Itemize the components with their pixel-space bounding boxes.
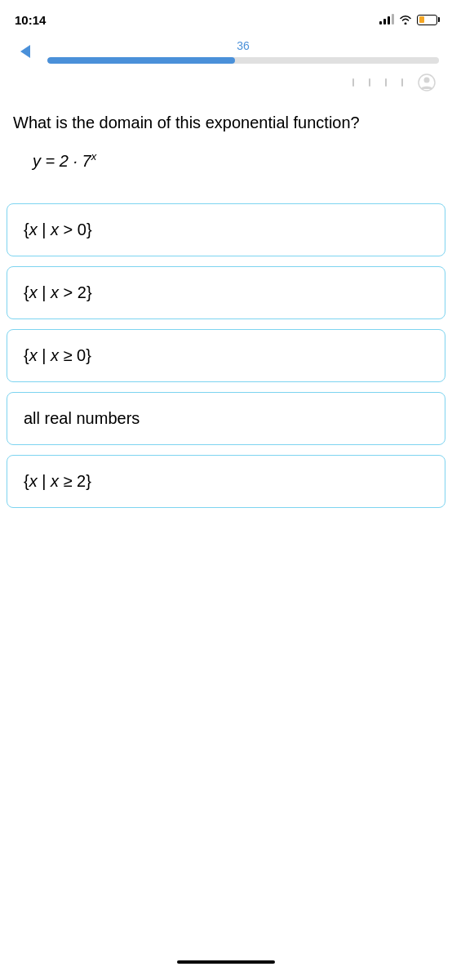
choice-item-4[interactable]: all real numbers xyxy=(7,392,445,445)
back-chevron-icon xyxy=(20,45,30,58)
status-icons xyxy=(379,15,437,25)
choice-text-5: {x | x ≥ 2} xyxy=(24,472,91,491)
tick-mark-4 xyxy=(401,78,403,87)
choice-item-3[interactable]: {x | x ≥ 0} xyxy=(7,329,445,382)
person-avatar-icon xyxy=(418,74,436,91)
tick-mark-2 xyxy=(369,78,370,87)
wifi-icon xyxy=(399,15,412,24)
question-section: What is the domain of this exponential f… xyxy=(0,95,452,203)
progress-track xyxy=(47,57,439,64)
choice-text-2: {x | x > 2} xyxy=(24,283,92,302)
battery-fill xyxy=(419,16,424,23)
equation: y = 2 · 7x xyxy=(33,150,439,171)
progress-container: 36 xyxy=(47,39,439,64)
status-bar: 10:14 xyxy=(0,0,452,36)
choice-text-4: all real numbers xyxy=(24,409,140,428)
status-time: 10:14 xyxy=(15,13,46,27)
svg-point-1 xyxy=(424,78,430,83)
choice-text-1: {x | x > 0} xyxy=(24,220,92,239)
home-indicator xyxy=(177,960,275,964)
progress-section: 36 xyxy=(0,36,452,70)
choice-text-3: {x | x ≥ 0} xyxy=(24,346,91,365)
signal-icon xyxy=(379,15,394,24)
tick-mark-1 xyxy=(352,78,354,87)
tick-mark-3 xyxy=(385,78,387,87)
choice-item-1[interactable]: {x | x > 0} xyxy=(7,203,445,256)
battery-icon xyxy=(417,15,437,25)
question-text: What is the domain of this exponential f… xyxy=(13,111,439,134)
progress-fill xyxy=(47,57,235,64)
choices-container: {x | x > 0} {x | x > 2} {x | x ≥ 0} all … xyxy=(0,203,452,518)
choice-item-2[interactable]: {x | x > 2} xyxy=(7,266,445,319)
back-button[interactable] xyxy=(13,39,38,64)
choice-item-5[interactable]: {x | x ≥ 2} xyxy=(7,455,445,508)
progress-label: 36 xyxy=(47,39,439,52)
